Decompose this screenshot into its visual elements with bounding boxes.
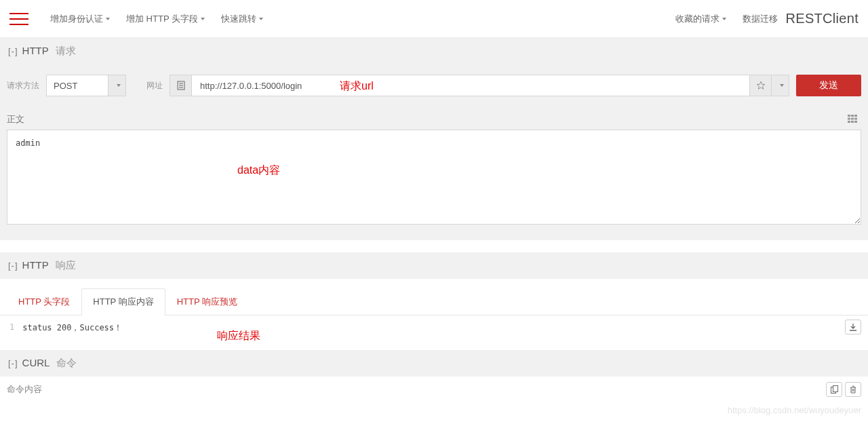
menu-favorites[interactable]: 收藏的请求 [667,13,734,25]
chevron-down-icon [106,18,110,20]
document-icon[interactable] [170,75,192,96]
svg-rect-8 [848,117,850,119]
svg-rect-15 [833,386,837,392]
svg-rect-7 [854,115,857,117]
tab-response-preview[interactable]: HTTP 响应预览 [165,288,249,315]
response-title: HTTP [22,259,49,271]
document-icon-svg [177,81,185,90]
request-subtitle: 请求 [56,45,76,58]
line-number: 1 [7,321,20,335]
menu-quick-jump-label: 快速跳转 [221,13,256,25]
body-label: 正文 [7,113,24,126]
menu-add-headers[interactable]: 增加 HTTP 头字段 [118,13,213,25]
response-line: status 200，Success！ [20,321,861,335]
url-history-dropdown[interactable] [771,75,789,96]
request-section-header: [-] HTTP 请求 [0,38,868,64]
favorite-button[interactable] [749,75,771,96]
menu-data-migrate[interactable]: 数据迁移 [734,13,786,25]
request-body-block: 正文 data内容 [0,107,868,240]
svg-rect-12 [851,121,854,123]
hamburger-icon[interactable] [9,11,28,27]
tab-headers[interactable]: HTTP 头字段 [7,288,81,315]
brand-logo: RESTClient [786,11,861,26]
curl-section-header: [-] CURL 命令 [0,350,868,377]
trash-icon [850,385,856,394]
collapse-toggle[interactable]: [-] [8,358,18,368]
menu-data-migrate-label: 数据迁移 [743,13,778,25]
send-button[interactable]: 发送 [796,75,861,96]
menu-add-auth[interactable]: 增加身份认证 [42,13,118,25]
curl-content-label: 命令内容 [7,383,42,396]
chevron-down-icon [201,18,205,20]
response-subtitle: 响应 [56,259,76,272]
url-label: 网址 [146,80,163,92]
svg-rect-13 [854,121,857,123]
method-label: 请求方法 [7,80,39,92]
chevron-down-icon [780,84,784,87]
method-value: POST [47,81,108,91]
svg-marker-4 [757,81,765,89]
request-body-textarea[interactable] [7,130,861,225]
svg-rect-10 [854,117,857,119]
response-panel: HTTP 头字段 HTTP 响应内容 HTTP 响应预览 1 status 20… [0,279,868,341]
download-icon [850,324,856,331]
curl-title: CURL [22,357,50,368]
method-dropdown-button[interactable] [108,75,125,96]
menu-favorites-label: 收藏的请求 [675,13,719,25]
curl-footer: 命令内容 [0,377,868,406]
svg-rect-6 [851,115,854,117]
menu-add-headers-label: 增加 HTTP 头字段 [126,13,198,25]
grid-icon[interactable] [848,115,857,125]
method-select[interactable]: POST [46,75,126,96]
svg-rect-11 [848,121,850,123]
curl-subtitle: 命令 [56,357,77,370]
response-tabs: HTTP 头字段 HTTP 响应内容 HTTP 响应预览 [0,283,868,315]
svg-rect-5 [848,115,850,117]
download-button[interactable] [845,320,861,334]
menu-quick-jump[interactable]: 快速跳转 [213,13,271,25]
delete-button[interactable] [845,382,861,397]
copy-icon [831,385,838,394]
copy-button[interactable] [826,382,842,397]
url-input-group: 请求url [170,75,789,96]
chevron-down-icon [722,18,726,20]
url-input[interactable] [192,75,749,96]
svg-rect-9 [851,117,854,119]
star-icon [756,81,766,90]
response-section-header: [-] HTTP 响应 [0,252,868,279]
topbar: 增加身份认证 增加 HTTP 头字段 快速跳转 收藏的请求 数据迁移 RESTC… [0,0,868,38]
request-config-row: 请求方法 POST 网址 请求url 发送 [0,64,868,107]
menu-add-auth-label: 增加身份认证 [50,13,103,25]
collapse-toggle[interactable]: [-] [8,46,18,56]
response-content: 1 status 200，Success！ 响应结果 [0,315,868,341]
collapse-toggle[interactable]: [-] [8,261,18,271]
tab-response-body[interactable]: HTTP 响应内容 [81,288,165,315]
request-title: HTTP [22,45,49,56]
chevron-down-icon [259,18,263,20]
chevron-down-icon [117,84,121,87]
